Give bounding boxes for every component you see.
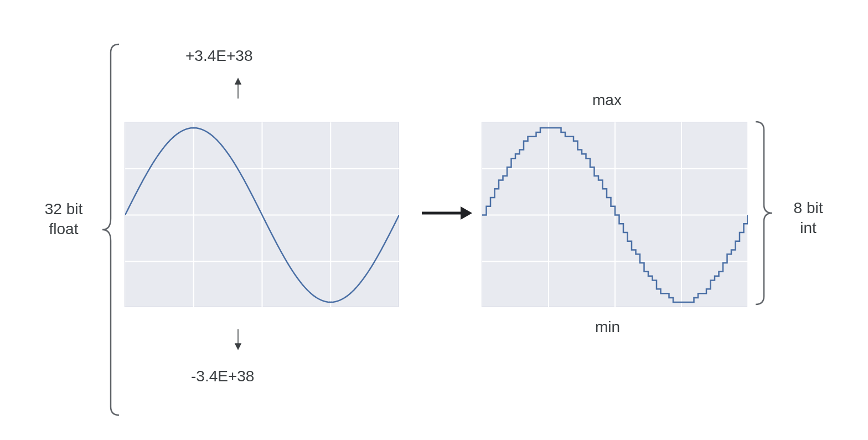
- right-brace-icon: [753, 119, 775, 307]
- int-sine-svg: [482, 122, 748, 308]
- conversion-arrow-icon: [421, 205, 473, 221]
- left-type-label: 32 bit float: [30, 199, 97, 240]
- down-arrow-icon: [234, 328, 242, 350]
- float-sine-svg: [125, 122, 399, 308]
- left-brace-icon: [100, 42, 122, 415]
- right-type-line2: int: [800, 219, 817, 236]
- int-max-label: max: [592, 91, 622, 109]
- float-chart: [125, 122, 399, 307]
- int-chart: [482, 122, 747, 307]
- float-min-label: -3.4E+38: [191, 367, 254, 385]
- float-max-label: +3.4E+38: [185, 47, 252, 65]
- diagram-container: 32 bit float +3.4E+38: [0, 0, 868, 440]
- right-type-line1: 8 bit: [794, 199, 823, 216]
- right-type-label: 8 bit int: [783, 198, 833, 239]
- up-arrow-icon: [234, 77, 242, 100]
- left-type-line1: 32 bit: [45, 200, 83, 218]
- int-min-label: min: [595, 318, 620, 336]
- left-type-line2: float: [49, 220, 79, 237]
